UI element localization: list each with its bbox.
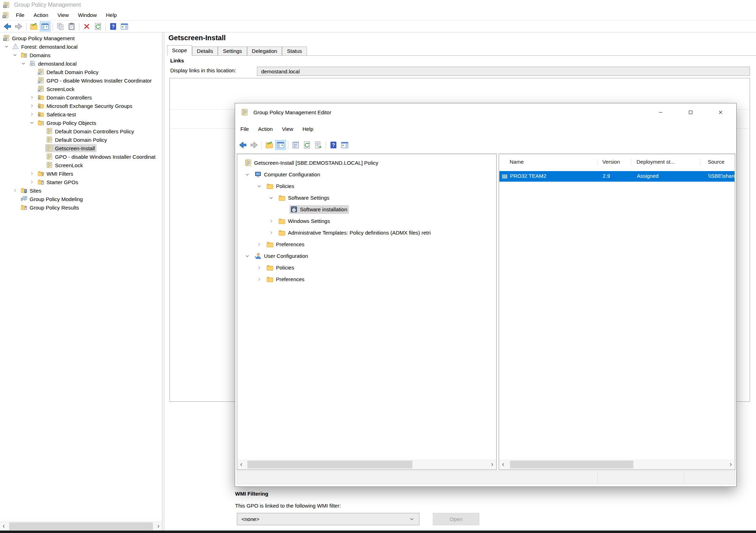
scroll-thumb[interactable] [247,461,412,468]
gpmc-toolbar-copy-button[interactable] [55,22,66,31]
tree-item-screenlock[interactable]: ScreenLock [45,161,85,169]
collapsed-chevron-icon[interactable] [256,265,262,271]
tree-item-preferences[interactable]: Preferences [265,240,306,249]
minimize-button[interactable] [652,107,669,118]
tree-item-starter-gpos[interactable]: Starter GPOs [37,178,80,186]
gpmc-toolbar-action-pane-toggle-button[interactable] [119,22,130,31]
tree-item-domain-controllers[interactable]: Domain Controllers [37,93,93,102]
scroll-left-arrow-icon[interactable] [0,522,8,531]
column-separator[interactable] [700,159,700,166]
tree-item-default-domain-controllers-policy[interactable]: Default Domain Controllers Policy [45,127,136,135]
expanded-chevron-icon[interactable] [12,52,18,58]
gpmc-toolbar-console-tree-toggle-button[interactable] [40,22,50,31]
scroll-thumb[interactable] [510,461,633,468]
list-row-pro32-team2[interactable]: PRO32 TEAM22.9Assigned\\SBE\share [499,171,735,182]
location-dropdown[interactable]: demostand.local [257,67,750,76]
tree-item-sites[interactable]: Sites [20,187,43,195]
gpmc-toolbar-forward-button[interactable] [13,22,24,31]
editor-list-horizontal-scrollbar[interactable] [499,460,735,469]
tree-item-windows-settings[interactable]: Windows Settings [277,217,332,225]
tree-item-getscreen-install[interactable]: Getscreen-Install [45,144,97,152]
column-header-version[interactable]: Version [602,159,620,165]
wmi-filter-dropdown[interactable]: <none> [237,513,419,525]
tree-item-domains[interactable]: Domains [20,51,52,59]
tree-item-wmi-filters[interactable]: WMI Filters [37,170,75,178]
tab-settings[interactable]: Settings [218,47,247,55]
tree-item-demostand-local[interactable]: demostand.local [28,60,78,68]
tree-item-user-configuration[interactable]: User Configuration [253,252,310,260]
collapsed-chevron-icon[interactable] [268,230,274,236]
expanded-chevron-icon[interactable] [268,195,274,201]
editor-toolbar-forward-button[interactable] [249,140,259,150]
expanded-chevron-icon[interactable] [29,120,35,126]
editor-menu-help[interactable]: Help [298,125,318,133]
tree-item-group-policy-management[interactable]: Group Policy Management [2,34,76,42]
maximize-button[interactable] [682,107,699,118]
editor-menu-view[interactable]: View [277,125,298,133]
tree-item-group-policy-results[interactable]: Group Policy Results [20,204,81,212]
tab-delegation[interactable]: Delegation [247,47,282,55]
tree-item-preferences[interactable]: Preferences [265,275,306,284]
collapsed-chevron-icon[interactable] [29,179,35,185]
gpmc-toolbar-paste-button[interactable] [66,22,77,31]
gpmc-toolbar-refresh-button[interactable] [93,22,103,31]
editor-toolbar-up-level-folder-button[interactable] [264,140,275,150]
scroll-right-arrow-icon[interactable] [154,522,162,531]
expanded-chevron-icon[interactable] [20,61,26,67]
editor-toolbar-export-list-button[interactable] [313,140,324,150]
editor-toolbar-back-button[interactable] [238,140,248,150]
editor-menu-action[interactable]: Action [253,125,277,133]
tree-item-gpo-disable-windows-installer-coordinat[interactable]: GPO - disable Windows Installer Coordina… [45,153,157,161]
tree-item-getscreen-install-sbe-demostand-local-poli[interactable]: Getscreen-Install [SBE.DEMOSTAND.LOCAL] … [244,158,380,167]
tree-item-administrative-templates-policy-definition[interactable]: Administrative Templates: Policy definit… [277,228,432,237]
close-button[interactable] [712,107,729,118]
tab-details[interactable]: Details [192,47,218,55]
editor-toolbar-help-button[interactable]: ? [328,140,339,150]
expanded-chevron-icon[interactable] [244,171,250,177]
gpmc-toolbar-back-button[interactable] [2,22,13,31]
expanded-chevron-icon[interactable] [256,183,262,189]
editor-toolbar-console-tree-toggle-button[interactable] [275,140,286,150]
collapsed-chevron-icon[interactable] [256,241,262,247]
expanded-chevron-icon[interactable] [4,44,10,50]
open-button[interactable]: Open [433,513,479,525]
editor-toolbar-action-pane-toggle-button[interactable] [339,140,350,150]
tree-item-policies[interactable]: Policies [265,263,296,272]
collapsed-chevron-icon[interactable] [256,276,262,282]
column-separator[interactable] [597,159,598,166]
column-header-deployment-st[interactable]: Deployment st... [637,159,675,165]
gpmc-menu-view[interactable]: View [53,11,73,19]
tree-item-software-installation[interactable]: Software installation [289,205,349,214]
column-header-name[interactable]: Name [510,159,524,165]
tree-item-group-policy-modeling[interactable]: Group Policy Modeling [20,195,85,203]
collapsed-chevron-icon[interactable] [29,95,35,101]
tree-item-default-domain-policy[interactable]: Default Domain Policy [45,136,109,144]
editor-titlebar[interactable]: Group Policy Management Editor [235,103,736,121]
scroll-left-arrow-icon[interactable] [238,460,245,469]
expanded-chevron-icon[interactable] [244,253,250,259]
editor-toolbar-refresh-button[interactable] [302,140,312,150]
tree-item-computer-configuration[interactable]: Computer Configuration [253,170,322,179]
collapsed-chevron-icon[interactable] [12,188,18,194]
gpmc-toolbar-up-level-folder-button[interactable] [29,22,39,31]
gpmc-menu-file[interactable]: File [11,11,29,19]
column-header-source[interactable]: Source [708,159,725,165]
scroll-left-arrow-icon[interactable] [499,460,507,469]
gpmc-menu-window[interactable]: Window [73,11,101,19]
scroll-right-arrow-icon[interactable] [488,460,496,469]
collapsed-chevron-icon[interactable] [268,218,274,224]
gpmc-toolbar-help-button[interactable]: ? [108,22,118,31]
gpmc-menu-help[interactable]: Help [101,11,121,19]
tree-item-group-policy-objects[interactable]: Group Policy Objects [37,119,98,127]
tree-item-microsoft-exchange-security-groups[interactable]: Microsoft Exchange Security Groups [37,102,134,110]
tree-item-gpo-disable-windows-installer-coordinator[interactable]: GPO - disable Windows Installer Coordina… [37,77,153,85]
tree-item-safetica-test[interactable]: Safetica-test [37,110,78,119]
editor-toolbar-properties-button[interactable] [290,140,301,150]
collapsed-chevron-icon[interactable] [29,111,35,117]
scroll-right-arrow-icon[interactable] [727,460,735,469]
tree-item-screenlock[interactable]: ScreenLock [37,85,76,93]
gpmc-menu-action[interactable]: Action [29,11,53,19]
tab-scope[interactable]: Scope [167,45,192,56]
tab-status[interactable]: Status [282,47,307,55]
editor-tree-horizontal-scrollbar[interactable] [238,460,496,469]
